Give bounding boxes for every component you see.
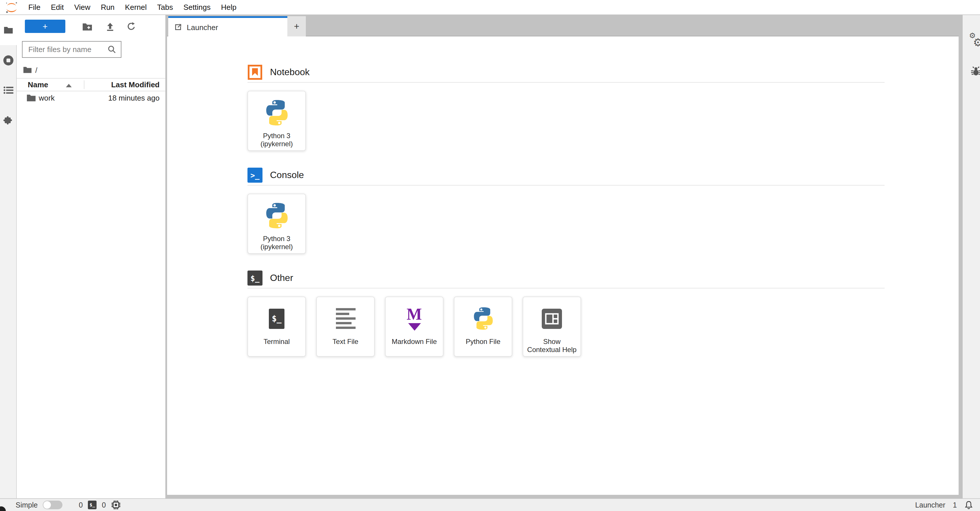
refresh-button[interactable]	[125, 21, 138, 32]
console-cards: Python 3 (ipykernel)	[247, 194, 885, 254]
launcher-tab-icon	[174, 23, 182, 31]
breadcrumb-root[interactable]: /	[35, 65, 37, 74]
markdown-arrow-down	[408, 323, 421, 331]
menu-help[interactable]: Help	[216, 0, 242, 14]
home-folder-icon[interactable]	[23, 67, 32, 73]
column-divider	[84, 80, 84, 89]
upload-button[interactable]	[103, 21, 116, 32]
new-folder-icon	[82, 22, 92, 31]
section-title: Notebook	[270, 67, 310, 78]
menu-edit[interactable]: Edit	[46, 0, 69, 14]
sort-ascending-icon	[66, 84, 72, 87]
menu-tabs[interactable]: Tabs	[152, 0, 178, 14]
jupyter-logo	[0, 0, 23, 14]
file-modified: 18 minutes ago	[108, 94, 159, 102]
toggle-knob	[43, 501, 51, 509]
notebook-cards: Python 3 (ipykernel)	[247, 91, 885, 151]
sidebar-tab-running-sessions[interactable]	[0, 45, 17, 75]
card-python-file[interactable]: Python File	[454, 296, 512, 357]
breadcrumb: /	[23, 65, 37, 75]
terminal-icon: $_	[247, 271, 262, 285]
card-label: Show Contextual Help	[526, 337, 578, 354]
sidebar-tab-file-browser[interactable]	[0, 15, 17, 45]
filter-files-input[interactable]	[22, 45, 108, 54]
right-sidebar: ⚙ ⚙	[963, 15, 980, 498]
console-icon: >_	[247, 168, 262, 183]
other-cards: $_ Terminal	[247, 296, 885, 357]
file-list-header: Name Last Modified	[17, 78, 165, 91]
card-show-contextual-help[interactable]: Show Contextual Help	[523, 296, 581, 357]
menu-run[interactable]: Run	[96, 0, 120, 14]
section-header-console: >_ Console	[247, 168, 885, 186]
bell-icon[interactable]	[964, 500, 973, 509]
simple-mode-toggle[interactable]	[43, 501, 62, 509]
card-terminal[interactable]: $_ Terminal	[247, 296, 306, 357]
terminal-icon: $_	[88, 501, 97, 509]
tab-launcher[interactable]: Launcher	[168, 16, 287, 37]
sidebar-tab-property-inspector[interactable]: ⚙ ⚙	[969, 31, 980, 51]
menu-view[interactable]: View	[69, 0, 96, 14]
notifications-count: 1	[953, 501, 957, 509]
tab-launcher-label: Launcher	[187, 23, 218, 32]
status-bar: Simple 0 $_ 0 Launcher 1	[0, 498, 980, 511]
section-header-notebook: Notebook	[247, 65, 885, 83]
list-icon	[3, 86, 14, 94]
file-name: work	[39, 94, 55, 102]
card-label: Text File	[332, 337, 358, 346]
card-notebook-python3[interactable]: Python 3 (ipykernel)	[247, 91, 306, 151]
filter-box	[22, 41, 121, 58]
left-sidebar	[0, 15, 17, 498]
column-header-name[interactable]: Name	[28, 80, 48, 89]
column-header-last-modified[interactable]: Last Modified	[111, 80, 159, 89]
bug-icon	[970, 66, 980, 77]
menu-bar: File Edit View Run Kernel Tabs Settings …	[0, 0, 980, 15]
section-title: Other	[270, 273, 293, 283]
folder-icon	[3, 26, 13, 34]
launcher-section-notebook: Notebook Python 3 (ipykernel)	[247, 65, 885, 151]
card-console-python3[interactable]: Python 3 (ipykernel)	[247, 194, 306, 254]
sidebar-tab-debugger[interactable]	[970, 66, 980, 77]
new-folder-button[interactable]	[81, 21, 94, 32]
menu-settings[interactable]: Settings	[178, 0, 216, 14]
card-markdown-file[interactable]: M Markdown File	[385, 296, 444, 357]
file-browser-toolbar: +	[17, 20, 165, 33]
running-sessions-indicator[interactable]: 0 $_ 0	[79, 500, 121, 510]
menu-file[interactable]: File	[23, 0, 46, 14]
current-activity-label: Launcher	[915, 501, 945, 509]
card-label: Python 3 (ipykernel)	[251, 132, 303, 148]
dock-divider-right	[959, 15, 963, 498]
menu-kernel[interactable]: Kernel	[120, 0, 152, 14]
section-title: Console	[270, 170, 304, 180]
upload-icon	[105, 22, 115, 32]
python-logo-icon	[262, 95, 291, 131]
kernel-chip-icon	[111, 500, 121, 510]
launcher-panel: Notebook Python 3 (ipykernel)	[167, 37, 959, 495]
new-launcher-button[interactable]: +	[25, 20, 65, 33]
search-icon	[108, 45, 116, 54]
markdown-icon: M	[407, 306, 422, 331]
dock-divider-bottom	[167, 495, 959, 498]
launcher-section-console: >_ Console Python 3 (ipyk	[247, 168, 885, 254]
file-row-work[interactable]: work 18 minutes ago	[17, 92, 165, 104]
card-text-file[interactable]: Text File	[316, 296, 375, 357]
kernels-count: 0	[102, 501, 106, 509]
card-label: Terminal	[264, 337, 290, 346]
simple-mode-label: Simple	[16, 501, 38, 509]
sidebar-tab-extension-manager[interactable]	[0, 105, 17, 135]
main-tab-bar: Launcher +	[167, 15, 959, 37]
python-logo-icon	[262, 198, 291, 234]
notebook-icon	[247, 65, 262, 80]
folder-icon	[27, 94, 36, 102]
new-tab-button[interactable]: +	[287, 16, 306, 37]
sidebar-tab-table-of-contents[interactable]	[0, 75, 17, 105]
jupyterlab-window: File Edit View Run Kernel Tabs Settings …	[0, 0, 980, 511]
jupyter-logo-icon	[5, 1, 19, 14]
terminal-icon: $_	[269, 309, 285, 329]
puzzle-icon	[3, 115, 14, 126]
refresh-icon	[127, 22, 136, 31]
launcher-section-other: $_ Other $_ Terminal	[247, 271, 885, 357]
terminals-count: 0	[79, 501, 83, 509]
section-header-other: $_ Other	[247, 271, 885, 288]
text-file-icon	[336, 308, 355, 329]
contextual-help-icon	[541, 308, 563, 329]
